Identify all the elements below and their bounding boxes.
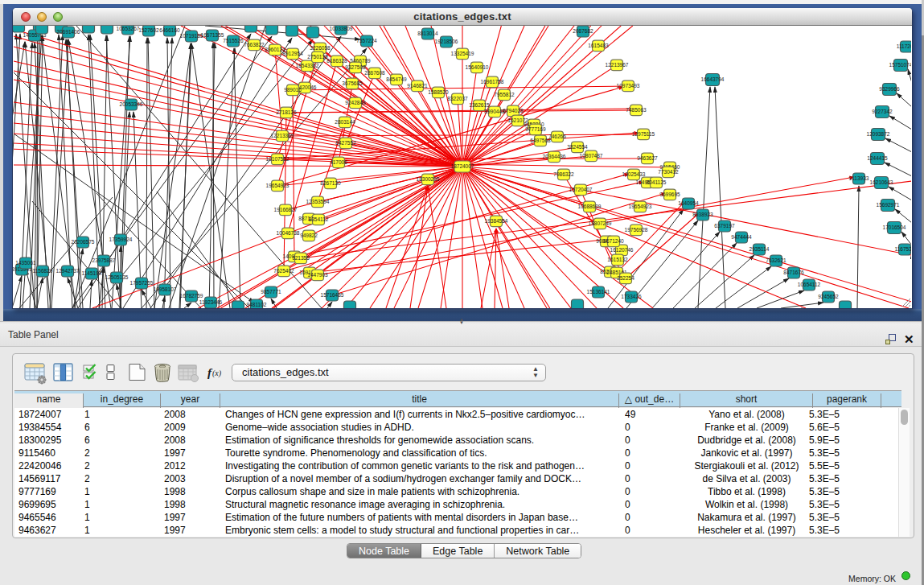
svg-text:9327508: 9327508 [345,64,366,70]
svg-text:10046738: 10046738 [277,230,300,236]
svg-text:921355: 921355 [292,255,310,261]
svg-text:13325419: 13325419 [451,51,474,56]
svg-text:15716485: 15716485 [321,292,344,298]
svg-text:1588520: 1588520 [428,89,449,95]
svg-text:7955812: 7955812 [494,92,515,97]
svg-text:252254: 252254 [617,275,634,281]
svg-text:7515526: 7515526 [223,38,244,43]
svg-text:16782759: 16782759 [180,293,203,299]
svg-text:2867608: 2867608 [364,70,385,76]
svg-text:20206575: 20206575 [72,239,95,245]
svg-text:12213369: 12213369 [271,133,294,138]
svg-text:12505135: 12505135 [105,274,129,280]
svg-text:1362615: 1362615 [469,102,490,108]
svg-text:9481102: 9481102 [247,302,267,307]
svg-text:12353594: 12353594 [306,199,330,204]
svg-text:19756928: 19756928 [625,227,648,233]
svg-text:746266: 746266 [548,134,566,139]
svg-text:15720407: 15720407 [569,187,593,192]
svg-text:989016: 989016 [284,87,302,93]
svg-text:16643794: 16643794 [701,76,725,82]
svg-text:10033809: 10033809 [330,26,353,31]
svg-text:7485063: 7485063 [626,107,647,113]
svg-text:10719185: 10719185 [180,33,203,39]
svg-text:9857771: 9857771 [261,289,281,295]
svg-text:1733426: 1733426 [621,294,642,299]
svg-text:9777169: 9777169 [525,126,546,132]
svg-text:9146821: 9146821 [407,83,428,89]
svg-text:1435061: 1435061 [15,260,36,266]
svg-text:8322037: 8322037 [447,96,468,101]
svg-text:1167532: 1167532 [895,246,911,252]
svg-text:7663822: 7663822 [244,42,265,47]
svg-text:11923446: 11923446 [199,299,223,305]
svg-text:8354112: 8354112 [309,216,329,222]
svg-text:8471676: 8471676 [783,270,804,275]
svg-text:12942737: 12942737 [56,268,80,274]
svg-text:10025433: 10025433 [622,171,646,177]
svg-text:3675685: 3675685 [342,80,363,86]
svg-text:10107552: 10107552 [266,156,290,162]
svg-text:18300295: 18300295 [417,176,440,182]
svg-text:10654112: 10654112 [798,282,821,287]
svg-text:9463627: 9463627 [637,155,658,161]
svg-text:17359924: 17359924 [109,237,133,242]
svg-text:1447903: 1447903 [307,272,328,278]
svg-text:19166827: 19166827 [274,207,298,212]
svg-text:15136141: 15136141 [587,289,610,295]
svg-text:7625402: 7625402 [273,268,294,274]
svg-text:20364436: 20364436 [543,154,566,159]
svg-text:19654923: 19654923 [266,183,290,188]
svg-text:8267130: 8267130 [320,180,341,186]
svg-text:8813014: 8813014 [417,31,438,36]
svg-text:3226058: 3226058 [310,45,331,51]
svg-text:12975115: 12975115 [632,131,655,137]
svg-text:949822: 949822 [300,233,318,238]
svg-text:12213967: 12213967 [606,62,629,68]
svg-text:1117203: 1117203 [897,43,911,49]
svg-text:2718126: 2718126 [276,109,297,115]
svg-text:9227342: 9227342 [872,109,893,114]
svg-text:16120746: 16120746 [610,247,634,253]
svg-text:20053346: 20053346 [120,101,143,107]
svg-text:6497568: 6497568 [530,138,551,143]
svg-text:10807487: 10807487 [580,153,603,159]
svg-text:7357224: 7357224 [356,38,377,43]
svg-text:7730412: 7730412 [658,169,679,175]
svg-text:2087682: 2087682 [573,28,593,34]
svg-text:9699695: 9699695 [659,192,680,197]
svg-text:9242848: 9242848 [345,100,366,105]
svg-text:2935114: 2935114 [749,246,770,252]
svg-text:(x): (x) [212,369,222,378]
svg-text:1615483: 1615483 [588,43,609,48]
svg-text:9474444: 9474444 [731,234,752,240]
svg-text:16961758: 16961758 [481,79,504,84]
svg-text:8041125: 8041125 [647,179,667,185]
svg-text:6379197: 6379197 [714,223,735,229]
svg-text:1640954: 1640954 [678,200,699,206]
svg-text:10973493: 10973493 [617,83,640,89]
svg-text:8938923: 8938923 [692,212,713,217]
svg-text:10653267: 10653267 [117,26,140,31]
svg-text:15640910: 15640910 [466,64,489,70]
svg-text:19218506: 19218506 [435,39,458,44]
svg-text:2803144: 2803144 [335,119,355,125]
svg-text:6794028: 6794028 [503,108,524,113]
svg-text:10688609: 10688609 [578,204,602,209]
svg-text:23975887: 23975887 [92,257,116,263]
svg-text:9245652: 9245652 [818,294,839,299]
svg-text:15692971: 15692971 [877,202,900,208]
svg-text:1527602: 1527602 [138,27,159,33]
svg-text:8427552: 8427552 [335,140,356,146]
svg-text:18807249: 18807249 [589,220,612,226]
svg-text:6466160: 6466160 [159,27,180,33]
svg-text:8912954: 8912954 [282,51,303,56]
svg-text:19384554: 19384554 [485,218,508,224]
svg-text:19654923: 19654923 [629,204,652,209]
svg-text:8186328: 8186328 [326,58,347,64]
svg-text:18724007: 18724007 [451,163,474,169]
svg-text:2750136: 2750136 [307,54,328,60]
svg-text:1156829: 1156829 [33,268,53,274]
svg-text:7632621: 7632621 [766,257,786,263]
svg-text:1615132: 1615132 [607,257,628,262]
